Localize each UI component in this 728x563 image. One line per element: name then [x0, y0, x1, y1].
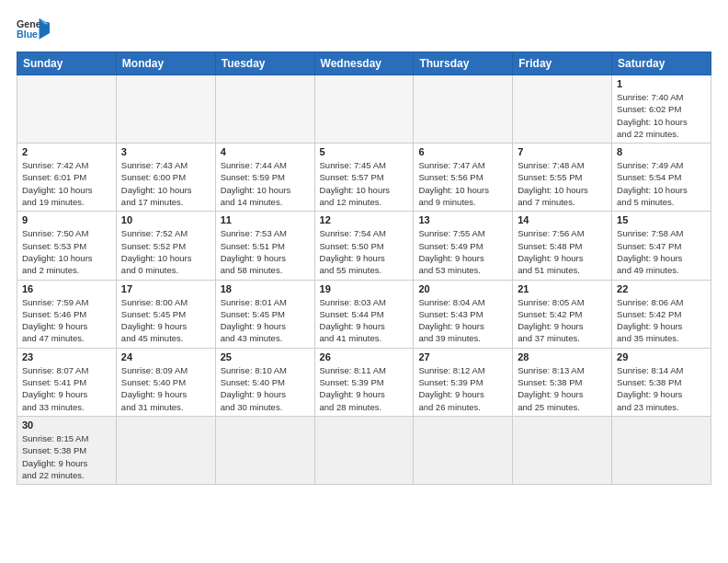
day-number: 30: [22, 419, 111, 431]
header-day-sunday: Sunday: [17, 52, 117, 75]
day-number: 14: [518, 214, 607, 225]
day-cell: 8Sunrise: 7:49 AMSunset: 5:54 PMDaylight…: [612, 144, 711, 212]
day-number: 21: [518, 283, 607, 294]
day-number: 11: [221, 214, 310, 225]
day-cell: 23Sunrise: 8:07 AMSunset: 5:41 PMDayligh…: [17, 348, 117, 416]
day-cell: [314, 75, 414, 144]
day-cell: 18Sunrise: 8:01 AMSunset: 5:45 PMDayligh…: [215, 280, 314, 348]
header-day-saturday: Saturday: [612, 52, 711, 75]
header-day-monday: Monday: [116, 52, 215, 75]
day-number: 1: [617, 78, 706, 89]
week-row-4: 16Sunrise: 7:59 AMSunset: 5:46 PMDayligh…: [17, 280, 711, 348]
day-number: 3: [121, 146, 210, 157]
day-cell: 14Sunrise: 7:56 AMSunset: 5:48 PMDayligh…: [513, 212, 612, 280]
day-cell: 5Sunrise: 7:45 AMSunset: 5:57 PMDaylight…: [314, 144, 414, 212]
day-cell: [215, 416, 314, 484]
day-cell: 20Sunrise: 8:04 AMSunset: 5:43 PMDayligh…: [414, 280, 513, 348]
day-cell: 11Sunrise: 7:53 AMSunset: 5:51 PMDayligh…: [215, 212, 314, 280]
week-row-1: 1Sunrise: 7:40 AMSunset: 6:02 PMDaylight…: [17, 75, 711, 144]
day-number: 24: [121, 351, 210, 362]
header-day-thursday: Thursday: [414, 52, 513, 75]
day-number: 6: [418, 146, 507, 157]
day-info: Sunrise: 7:45 AMSunset: 5:57 PMDaylight:…: [320, 159, 409, 208]
day-number: 27: [418, 351, 507, 362]
day-cell: 17Sunrise: 8:00 AMSunset: 5:45 PMDayligh…: [116, 280, 215, 348]
day-info: Sunrise: 7:59 AMSunset: 5:46 PMDaylight:…: [22, 296, 111, 345]
day-info: Sunrise: 7:40 AMSunset: 6:02 PMDaylight:…: [617, 91, 706, 140]
day-cell: [116, 416, 215, 484]
day-info: Sunrise: 8:06 AMSunset: 5:42 PMDaylight:…: [617, 296, 706, 345]
day-cell: 26Sunrise: 8:11 AMSunset: 5:39 PMDayligh…: [314, 348, 414, 416]
day-info: Sunrise: 8:11 AMSunset: 5:39 PMDaylight:…: [320, 364, 409, 413]
calendar-header-row: SundayMondayTuesdayWednesdayThursdayFrid…: [17, 52, 711, 75]
day-cell: [314, 416, 414, 484]
day-info: Sunrise: 7:48 AMSunset: 5:55 PMDaylight:…: [518, 159, 607, 208]
day-number: 7: [518, 146, 607, 157]
day-info: Sunrise: 8:04 AMSunset: 5:43 PMDaylight:…: [418, 296, 507, 345]
day-info: Sunrise: 7:56 AMSunset: 5:48 PMDaylight:…: [518, 227, 607, 276]
week-row-3: 9Sunrise: 7:50 AMSunset: 5:53 PMDaylight…: [17, 212, 711, 280]
day-info: Sunrise: 8:07 AMSunset: 5:41 PMDaylight:…: [22, 364, 111, 413]
day-number: 17: [121, 283, 210, 294]
day-cell: [17, 75, 117, 144]
day-number: 18: [221, 283, 310, 294]
header-day-friday: Friday: [513, 52, 612, 75]
day-cell: 29Sunrise: 8:14 AMSunset: 5:38 PMDayligh…: [612, 348, 711, 416]
header-day-tuesday: Tuesday: [215, 52, 314, 75]
day-number: 10: [121, 214, 210, 225]
day-info: Sunrise: 7:54 AMSunset: 5:50 PMDaylight:…: [320, 227, 409, 276]
svg-text:Blue: Blue: [17, 29, 38, 40]
calendar-table: SundayMondayTuesdayWednesdayThursdayFrid…: [17, 52, 711, 485]
header-day-wednesday: Wednesday: [314, 52, 414, 75]
logo-icon: General Blue: [17, 17, 50, 42]
day-number: 2: [22, 146, 111, 157]
day-number: 13: [418, 214, 507, 225]
day-info: Sunrise: 8:09 AMSunset: 5:40 PMDaylight:…: [121, 364, 210, 413]
week-row-2: 2Sunrise: 7:42 AMSunset: 6:01 PMDaylight…: [17, 144, 711, 212]
day-cell: 7Sunrise: 7:48 AMSunset: 5:55 PMDaylight…: [513, 144, 612, 212]
day-cell: 10Sunrise: 7:52 AMSunset: 5:52 PMDayligh…: [116, 212, 215, 280]
day-cell: [414, 75, 513, 144]
header: General Blue: [17, 17, 711, 42]
day-cell: [215, 75, 314, 144]
day-cell: 24Sunrise: 8:09 AMSunset: 5:40 PMDayligh…: [116, 348, 215, 416]
day-info: Sunrise: 8:10 AMSunset: 5:40 PMDaylight:…: [221, 364, 310, 413]
day-cell: 27Sunrise: 8:12 AMSunset: 5:39 PMDayligh…: [414, 348, 513, 416]
day-cell: 13Sunrise: 7:55 AMSunset: 5:49 PMDayligh…: [414, 212, 513, 280]
day-info: Sunrise: 8:12 AMSunset: 5:39 PMDaylight:…: [418, 364, 507, 413]
day-info: Sunrise: 8:14 AMSunset: 5:38 PMDaylight:…: [617, 364, 706, 413]
day-info: Sunrise: 8:00 AMSunset: 5:45 PMDaylight:…: [121, 296, 210, 345]
day-cell: 16Sunrise: 7:59 AMSunset: 5:46 PMDayligh…: [17, 280, 117, 348]
day-number: 8: [617, 146, 706, 157]
day-number: 19: [320, 283, 409, 294]
day-cell: 12Sunrise: 7:54 AMSunset: 5:50 PMDayligh…: [314, 212, 414, 280]
day-cell: [116, 75, 215, 144]
day-info: Sunrise: 7:55 AMSunset: 5:49 PMDaylight:…: [418, 227, 507, 276]
day-info: Sunrise: 7:52 AMSunset: 5:52 PMDaylight:…: [121, 227, 210, 276]
day-cell: 25Sunrise: 8:10 AMSunset: 5:40 PMDayligh…: [215, 348, 314, 416]
day-cell: [513, 416, 612, 484]
day-info: Sunrise: 8:05 AMSunset: 5:42 PMDaylight:…: [518, 296, 607, 345]
day-info: Sunrise: 7:49 AMSunset: 5:54 PMDaylight:…: [617, 159, 706, 208]
day-cell: 15Sunrise: 7:58 AMSunset: 5:47 PMDayligh…: [612, 212, 711, 280]
day-number: 25: [221, 351, 310, 362]
day-info: Sunrise: 7:44 AMSunset: 5:59 PMDaylight:…: [221, 159, 310, 208]
day-number: 20: [418, 283, 507, 294]
day-cell: 6Sunrise: 7:47 AMSunset: 5:56 PMDaylight…: [414, 144, 513, 212]
day-number: 15: [617, 214, 706, 225]
day-number: 29: [617, 351, 706, 362]
day-cell: 19Sunrise: 8:03 AMSunset: 5:44 PMDayligh…: [314, 280, 414, 348]
day-cell: 1Sunrise: 7:40 AMSunset: 6:02 PMDaylight…: [612, 75, 711, 144]
day-cell: 9Sunrise: 7:50 AMSunset: 5:53 PMDaylight…: [17, 212, 117, 280]
day-cell: 2Sunrise: 7:42 AMSunset: 6:01 PMDaylight…: [17, 144, 117, 212]
day-info: Sunrise: 7:43 AMSunset: 6:00 PMDaylight:…: [121, 159, 210, 208]
day-info: Sunrise: 7:50 AMSunset: 5:53 PMDaylight:…: [22, 227, 111, 276]
day-cell: 28Sunrise: 8:13 AMSunset: 5:38 PMDayligh…: [513, 348, 612, 416]
day-cell: 3Sunrise: 7:43 AMSunset: 6:00 PMDaylight…: [116, 144, 215, 212]
day-cell: 30Sunrise: 8:15 AMSunset: 5:38 PMDayligh…: [17, 416, 117, 484]
day-number: 16: [22, 283, 111, 294]
week-row-6: 30Sunrise: 8:15 AMSunset: 5:38 PMDayligh…: [17, 416, 711, 484]
day-info: Sunrise: 7:47 AMSunset: 5:56 PMDaylight:…: [418, 159, 507, 208]
week-row-5: 23Sunrise: 8:07 AMSunset: 5:41 PMDayligh…: [17, 348, 711, 416]
day-info: Sunrise: 7:58 AMSunset: 5:47 PMDaylight:…: [617, 227, 706, 276]
